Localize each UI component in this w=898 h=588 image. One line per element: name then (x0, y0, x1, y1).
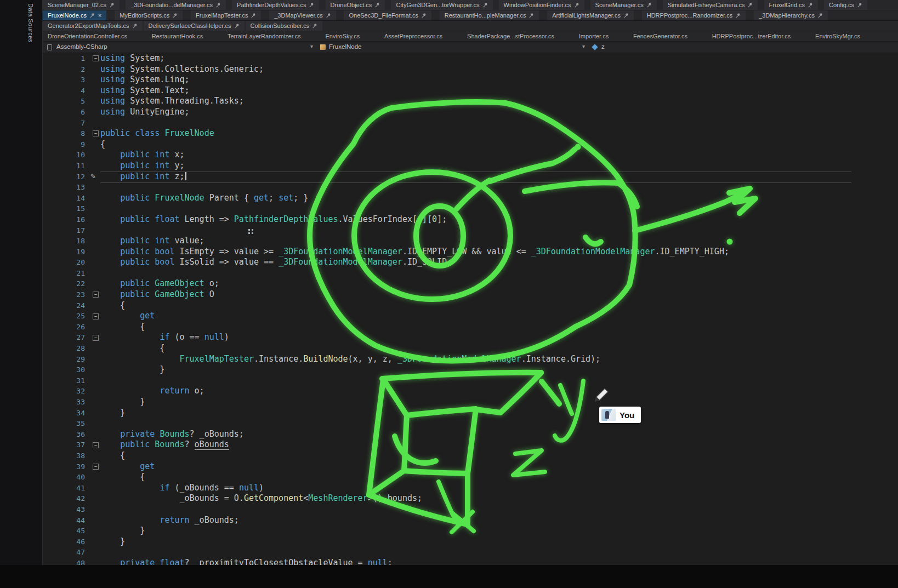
fold-margin[interactable] (85, 386, 100, 397)
code-line-19[interactable]: 19 public bool IsEmpty => value >= _3DFo… (43, 247, 898, 258)
pin-icon[interactable] (735, 13, 741, 18)
pin-icon[interactable] (251, 13, 256, 18)
code-line-42[interactable]: 42 _oBounds = O.GetComponent<MeshRendere… (43, 493, 898, 504)
pin-icon[interactable] (482, 2, 488, 8)
fold-margin[interactable] (85, 247, 100, 258)
fold-collapse-icon[interactable]: − (93, 442, 99, 448)
code-line-21[interactable]: 21 (43, 268, 898, 279)
tab-collisionsubscriber-cs[interactable]: CollisionSubscriber.cs (246, 21, 323, 31)
code-line-29[interactable]: 29 FruxelMapTester.Instance.BuildNode(x,… (43, 354, 898, 365)
tab-fruxelgrid-cs[interactable]: FruxelGrid.cs (764, 0, 818, 10)
code-line-16[interactable]: 16 public float Length => PathfinderDept… (43, 214, 898, 225)
fold-margin[interactable]: − (85, 128, 100, 139)
fold-margin[interactable]: ✎ (85, 172, 100, 182)
tab-simulatedfisheyecamera-cs[interactable]: SimulatedFisheyeCamera.cs (663, 0, 758, 10)
code-line-38[interactable]: 38 { (43, 450, 898, 461)
fold-margin[interactable] (85, 408, 100, 419)
pin-icon[interactable] (421, 13, 427, 18)
fold-margin[interactable] (85, 472, 100, 483)
fold-margin[interactable] (85, 225, 100, 236)
tab-pathfinderdepthvalues-cs[interactable]: PathfinderDepthValues.cs (232, 0, 319, 10)
pin-icon[interactable] (817, 13, 823, 18)
fold-margin[interactable] (85, 515, 100, 526)
fold-margin[interactable] (85, 526, 100, 536)
breadcrumb-project[interactable]: Assembly-CSharp (56, 43, 107, 50)
code-line-37[interactable]: 37− public Bounds? oBounds (43, 439, 898, 450)
sidebar-tab-data-sources[interactable]: Data Sources (27, 3, 34, 42)
fold-margin[interactable] (85, 450, 100, 461)
code-line-12[interactable]: 12✎ public int z; (43, 172, 898, 182)
tab-scenemanager-02-cs[interactable]: SceneManager_02.cs (43, 0, 120, 10)
tab-artificiallightsmanager-cs[interactable]: ArtificialLightsManager.cs (547, 10, 634, 20)
pin-icon[interactable] (374, 2, 380, 8)
code-line-40[interactable]: 40 { (43, 472, 898, 483)
tab-scenemanager-cs[interactable]: SceneManager.cs (590, 0, 657, 10)
tab-hdrppostproc-randomizer-cs[interactable]: HDRPPostproc...Randomizer.cs (642, 10, 746, 20)
tab--3dmaphierarchy-cs[interactable]: _3DMapHierarchy.cs (754, 10, 828, 20)
fold-margin[interactable] (85, 268, 100, 279)
fold-collapse-icon[interactable]: − (93, 313, 99, 319)
fold-margin[interactable] (85, 96, 100, 107)
fold-collapse-icon[interactable]: − (93, 292, 99, 298)
code-line-33[interactable]: 33 } (43, 397, 898, 408)
breadcrumb-type[interactable]: FruxelNode (329, 43, 361, 50)
tab-restaurantho-plemanager-cs[interactable]: RestaurantHo...pleManager.cs (440, 10, 539, 20)
pin-icon[interactable] (326, 13, 331, 18)
pin-icon[interactable] (132, 23, 138, 28)
tab-fruxelmaptester-cs[interactable]: FruxelMapTester.cs (191, 10, 261, 20)
code-line-7[interactable]: 7 (43, 118, 898, 129)
pin-icon[interactable] (857, 2, 862, 8)
tab-onesec3d-fileformat-cs[interactable]: OneSec3D_FileFormat.cs (344, 10, 431, 20)
tab-citygen3dgen-torwrapper-cs[interactable]: CityGen3DGen...torWrapper.cs (391, 0, 492, 10)
fold-margin[interactable] (85, 504, 100, 515)
tab--3dmapviewer-cs[interactable]: _3DMapViewer.cs (269, 10, 336, 20)
fold-margin[interactable] (85, 75, 100, 85)
fold-margin[interactable] (85, 343, 100, 354)
fold-margin[interactable]: − (85, 289, 100, 300)
code-line-28[interactable]: 28 { (43, 343, 898, 354)
fold-margin[interactable]: − (85, 53, 100, 64)
fold-margin[interactable]: − (85, 439, 100, 450)
code-line-10[interactable]: 10 public int x; (43, 150, 898, 161)
fold-margin[interactable] (85, 364, 100, 375)
code-line-20[interactable]: 20 public bool IsSolid => value == _3DFo… (43, 257, 898, 268)
fold-margin[interactable] (85, 107, 100, 118)
fold-margin[interactable] (85, 161, 100, 172)
fold-margin[interactable]: − (85, 311, 100, 322)
pin-icon[interactable] (89, 13, 95, 18)
fold-margin[interactable] (85, 118, 100, 129)
fold-margin[interactable]: − (85, 461, 100, 472)
pin-icon[interactable] (574, 2, 579, 8)
breadcrumb-member[interactable]: z (601, 43, 605, 50)
code-line-25[interactable]: 25− get (43, 311, 898, 322)
code-line-47[interactable]: 47 (43, 547, 898, 558)
close-icon[interactable]: × (98, 12, 101, 19)
tab-terrainlayerrandomizer-cs[interactable]: TerrainLayerRandomizer.cs (223, 31, 306, 41)
tab-fruxelnode-cs[interactable]: FruxelNode.cs× (43, 10, 106, 20)
chevron-down-icon[interactable]: ▾ (582, 43, 585, 49)
tab-importer-cs[interactable]: Importer.cs (574, 31, 613, 41)
pin-icon[interactable] (528, 13, 534, 18)
fold-margin[interactable] (85, 150, 100, 161)
tab-hdrppostproc-izereditor-cs[interactable]: HDRPPostproc...izerEditor.cs (707, 31, 796, 41)
code-line-4[interactable]: 4using System.Text; (43, 85, 898, 96)
fold-margin[interactable] (85, 429, 100, 440)
code-line-45[interactable]: 45 } (43, 526, 898, 536)
pin-icon[interactable] (234, 23, 240, 28)
code-line-6[interactable]: 6using UnityEngine; (43, 107, 898, 118)
code-line-39[interactable]: 39− get (43, 461, 898, 472)
fold-margin[interactable] (85, 182, 100, 193)
fold-margin[interactable] (85, 193, 100, 204)
code-line-30[interactable]: 30 } (43, 364, 898, 375)
code-line-3[interactable]: 3using System.Linq; (43, 75, 898, 85)
fold-margin[interactable] (85, 236, 100, 247)
code-line-32[interactable]: 32 return o; (43, 386, 898, 397)
fold-collapse-icon[interactable]: − (93, 130, 99, 136)
tab-droneorientationcontroller-cs[interactable]: DroneOrientationController.cs (43, 31, 132, 41)
tab-deliverysurfaceclasshelper-cs[interactable]: DeliverySurfaceClassHelper.cs (144, 21, 245, 31)
code-line-15[interactable]: 15 (43, 203, 898, 214)
tab-windowpositionfinder-cs[interactable]: WindowPositionFinder.cs (499, 0, 584, 10)
tab-shaderpackage-stprocessor-cs[interactable]: ShaderPackage...stProcessor.cs (462, 31, 559, 41)
code-line-18[interactable]: 18 public int value; (43, 236, 898, 247)
fold-margin[interactable] (85, 418, 100, 429)
